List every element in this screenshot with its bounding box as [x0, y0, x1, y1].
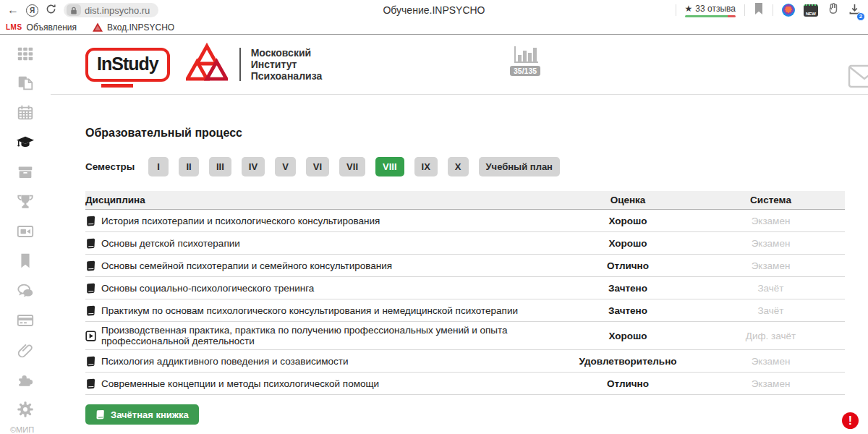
semester-tab[interactable]: III: [209, 157, 231, 176]
semester-tab[interactable]: II: [179, 157, 199, 176]
reviews-count: 33 отзыва: [695, 4, 736, 14]
col-system: Система: [697, 195, 845, 205]
table-row[interactable]: История психотерапии и психологического …: [85, 210, 845, 232]
downloads-badge: 2: [856, 12, 865, 21]
book-icon: [95, 409, 106, 420]
col-discipline: Дисциплина: [85, 192, 559, 208]
discipline-name: Производственная практика, практика по п…: [101, 325, 559, 346]
grid-icon[interactable]: [16, 44, 35, 63]
url-text: dist.inpsycho.ru: [85, 5, 150, 16]
play-icon: [85, 331, 96, 341]
reviews-widget[interactable]: ★ 33 отзыва: [685, 4, 736, 17]
browser-toolbar: ← Я dist.inpsycho.ru Обучение.INPSYCHO ★…: [0, 0, 868, 20]
extension-color-icon[interactable]: [782, 4, 795, 17]
table-row[interactable]: Практикум по основам психологического ко…: [85, 299, 845, 322]
semester-tab[interactable]: IX: [414, 157, 438, 176]
semester-tab[interactable]: X: [448, 157, 469, 176]
system-value: Зачёт: [697, 305, 845, 316]
card-icon[interactable]: [16, 311, 35, 330]
progress-badge: 35/135: [510, 66, 540, 76]
semester-tab[interactable]: VII: [339, 157, 365, 176]
documents-icon[interactable]: [16, 74, 35, 93]
table-row[interactable]: Психология аддиктивного поведения и соза…: [85, 350, 845, 373]
mail-icon: [848, 64, 868, 88]
discipline-name: Основы семейной психотерапии и семейного…: [101, 260, 392, 271]
bookmark-label: Вход.INPSYCHO: [107, 22, 174, 33]
divider: [773, 4, 773, 16]
table-row[interactable]: Основы семейной психотерапии и семейного…: [85, 255, 845, 277]
mail-widget[interactable]: 0: [848, 64, 868, 88]
system-value: Экзамен: [697, 378, 845, 389]
bookmark-icon[interactable]: [16, 252, 35, 271]
gradebook-button-label: Зачётная книжка: [111, 409, 189, 420]
extension-new-icon[interactable]: NEW: [804, 4, 818, 17]
table-row[interactable]: Основы детской психотерапии Хорошо Экзам…: [85, 232, 845, 255]
site-header: InStudy Московский Институт Психоанализа: [51, 35, 868, 95]
instudy-logo[interactable]: InStudy: [85, 48, 170, 82]
discipline-name: Основы социально-психологического тренин…: [101, 283, 314, 294]
alert-icon[interactable]: !: [842, 412, 859, 429]
sidebar: ©МИП: [0, 35, 51, 434]
back-icon[interactable]: ←: [7, 4, 19, 16]
grade-value: Хорошо: [559, 331, 697, 341]
mip-triangle-logo[interactable]: [186, 43, 228, 86]
semester-tab[interactable]: Учебный план: [479, 157, 560, 176]
section-title: Образовательный процесс: [85, 127, 845, 140]
semester-tab[interactable]: VI: [306, 157, 329, 176]
table-row[interactable]: Современные концепции и методы психологи…: [85, 373, 845, 395]
system-value: Экзамен: [697, 238, 845, 249]
gradebook-button[interactable]: Зачётная книжка: [85, 404, 199, 425]
content-area: InStudy Московский Институт Психоанализа: [51, 35, 868, 434]
grade-value: Зачтено: [559, 283, 697, 294]
glove-icon[interactable]: [827, 2, 840, 18]
semester-tab[interactable]: IV: [242, 157, 265, 176]
table-row[interactable]: Основы социально-психологического тренин…: [85, 277, 845, 299]
grade-value: Отлично: [559, 378, 697, 389]
chat-icon[interactable]: [16, 281, 35, 300]
system-value: Экзамен: [697, 356, 845, 367]
graduation-cap-icon[interactable]: [16, 133, 35, 152]
table-row[interactable]: Производственная практика, практика по п…: [85, 322, 845, 350]
grade-value: Удовлетворительно: [559, 356, 697, 367]
grade-value: Хорошо: [559, 216, 697, 226]
divider: [676, 4, 676, 16]
bookmark-item-lms[interactable]: LMS Объявления: [6, 22, 77, 33]
trophy-icon[interactable]: [16, 192, 35, 211]
system-value: Диф. зачёт: [697, 331, 845, 341]
bookmark-label: Объявления: [27, 22, 77, 33]
copyright-label: ©МИП: [10, 425, 34, 434]
refresh-icon[interactable]: [46, 4, 56, 17]
grade-value: Зачтено: [559, 305, 697, 316]
institute-name: Московский Институт Психоанализа: [251, 47, 323, 82]
paperclip-icon[interactable]: [16, 341, 35, 359]
calendar-icon[interactable]: [16, 103, 35, 122]
bar-chart-icon: [511, 45, 540, 65]
divider: [239, 48, 241, 81]
address-bar[interactable]: dist.inpsycho.ru: [64, 3, 158, 17]
book-icon: [85, 238, 96, 249]
divider: [744, 4, 745, 16]
semester-tabs: IIIIIIIVVVIVIIVIIIIXXУчебный план: [148, 157, 560, 176]
downloads-icon[interactable]: 2: [848, 3, 861, 18]
book-icon: [85, 378, 96, 389]
book-icon: [85, 356, 96, 367]
archive-box-icon[interactable]: [16, 163, 35, 182]
table-header: Дисциплина Оценка Система: [85, 191, 845, 210]
discipline-name: Современные концепции и методы психологи…: [101, 378, 379, 389]
book-icon: [85, 216, 96, 226]
bookmark-flag-icon[interactable]: [754, 3, 764, 17]
semester-tab[interactable]: I: [148, 157, 169, 176]
yandex-browser-icon[interactable]: Я: [26, 4, 38, 17]
puzzle-icon[interactable]: [16, 370, 35, 389]
discipline-name: Психология аддиктивного поведения и соза…: [101, 356, 348, 367]
discipline-name: Основы детской психотерапии: [101, 238, 240, 249]
semester-tab[interactable]: V: [275, 157, 296, 176]
lock-icon[interactable]: [67, 4, 81, 16]
gear-icon[interactable]: [16, 400, 35, 419]
semester-tab[interactable]: VIII: [375, 157, 404, 176]
progress-stats-widget[interactable]: 35/135: [510, 45, 540, 76]
video-file-icon[interactable]: [16, 222, 35, 241]
bookmark-item-vhod[interactable]: Вход.INPSYCHO: [93, 22, 174, 33]
discipline-name: Практикум по основам психологического ко…: [101, 305, 518, 316]
star-icon: ★: [685, 4, 693, 14]
